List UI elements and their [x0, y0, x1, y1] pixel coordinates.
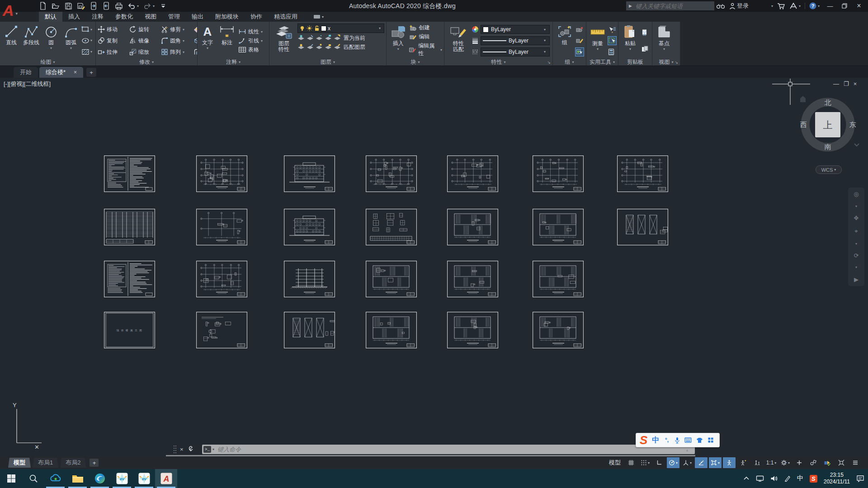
set-current-tool-4[interactable]	[334, 34, 341, 42]
ribbon-button-圆弧[interactable]: 圆弧▾	[61, 23, 80, 58]
ribbon-button-文字[interactable]: A文字▾	[199, 23, 216, 58]
status-toggle-annotation-visibility[interactable]	[723, 457, 736, 468]
ribbon-tab-默认[interactable]: 默认	[39, 12, 62, 22]
panel-title-特性[interactable]: 特性▾↘	[444, 58, 552, 66]
status-isolate-objects[interactable]	[807, 457, 820, 468]
status-clean-screen[interactable]	[835, 457, 848, 468]
taskbar-start-button[interactable]	[0, 469, 22, 488]
showmotion-icon[interactable]: ▶	[854, 276, 859, 283]
ribbon-tab-注释[interactable]: 注释	[86, 12, 109, 22]
set-current-tool-2[interactable]	[316, 34, 323, 42]
file-tab-综合楼*[interactable]: 综合楼*×	[39, 67, 83, 78]
pen-input-icon[interactable]	[784, 475, 791, 482]
command-window-grip[interactable]: ×	[173, 444, 194, 455]
ribbon-tool-groupedit[interactable]	[576, 37, 584, 45]
ribbon-button-编辑[interactable]: 编辑	[409, 33, 442, 41]
ribbon-button-修剪[interactable]: 修剪▾	[161, 24, 193, 35]
taskbar-ev-app-app[interactable]: ev	[111, 469, 133, 488]
sign-in-button[interactable]: 登录▾	[729, 2, 773, 10]
taskbar-task-search-app[interactable]	[22, 469, 44, 488]
ribbon-tool-explode[interactable]	[193, 37, 197, 45]
ribbon-tab-参数化[interactable]: 参数化	[109, 12, 139, 22]
navwheel-icon[interactable]: ◎	[854, 191, 859, 197]
ime-collapse-arrow[interactable]: ▲	[685, 448, 689, 452]
ribbon-button-圆角[interactable]: 圆角▾	[161, 35, 193, 47]
taskbar-autocad-app[interactable]: A	[155, 469, 177, 488]
ribbon-button-镜像[interactable]: 镜像	[129, 35, 161, 47]
ribbon-button-插入[interactable]: 插入▾	[388, 23, 408, 58]
set-current-label[interactable]: 置为当前	[344, 34, 365, 42]
window-close-button[interactable]: ×	[853, 1, 865, 11]
command-input[interactable]	[217, 446, 625, 453]
ribbon-button-多段线[interactable]: 多段线	[22, 23, 41, 58]
match-layer-tool-1[interactable]	[307, 43, 314, 51]
taskbar-file-explorer-app[interactable]	[66, 469, 89, 488]
ribbon-button-拉伸[interactable]: 拉伸	[98, 47, 129, 58]
sogou-tray-icon[interactable]: S	[810, 475, 817, 483]
dialog-launcher-icon[interactable]: ↘	[675, 60, 678, 65]
lineweight-icon[interactable]	[472, 37, 479, 45]
zoom-icon[interactable]: ⌖	[854, 228, 858, 235]
open-from-web-button[interactable]	[102, 2, 110, 10]
ribbon-button-直线[interactable]: 直线	[2, 23, 21, 58]
taskbar-cloud-drive-app[interactable]	[44, 469, 66, 488]
autodesk-apps-icon[interactable]: ▾	[789, 3, 801, 9]
status-customization-menu[interactable]	[849, 457, 862, 468]
panel-title-实用工具[interactable]: 实用工具▾	[586, 58, 618, 66]
ribbon-tool-offset[interactable]	[193, 48, 197, 56]
ribbon-tab-输出[interactable]: 输出	[186, 12, 209, 22]
viewcube[interactable]: 北南西东上	[797, 90, 860, 159]
help-search-input[interactable]	[635, 2, 709, 10]
lineweight-dropdown[interactable]: ByLayer▾	[481, 36, 550, 45]
set-current-tool-1[interactable]	[307, 34, 314, 42]
status-annotation-monitor[interactable]	[793, 457, 806, 468]
open-button[interactable]	[52, 2, 60, 10]
panel-title-图层[interactable]: 图层▾	[269, 58, 386, 66]
status-graphics-performance[interactable]	[821, 457, 834, 468]
layout-tab-布局2[interactable]: 布局2	[60, 458, 86, 468]
match-layer-tool-3[interactable]	[325, 43, 332, 51]
ribbon-tab-管理[interactable]: 管理	[162, 12, 186, 22]
ribbon-button-线性[interactable]: 线性▾	[238, 28, 263, 36]
orbit-icon[interactable]: ⟳	[854, 252, 859, 259]
ribbon-button-图层特性[interactable]: 图层特性	[271, 23, 297, 58]
status-toggle-grid-display[interactable]	[625, 457, 637, 468]
ribbon-tool-hatch[interactable]: ▾	[81, 48, 92, 56]
ribbon-tool-erase[interactable]	[193, 25, 197, 33]
ribbon-button-阵列[interactable]: 阵列▾	[161, 47, 193, 58]
status-model-label[interactable]: 模型	[606, 459, 623, 467]
customize-wrench-icon[interactable]	[187, 446, 194, 453]
viewport-controls[interactable]: [-][俯视][二维线框]	[4, 80, 51, 88]
notification-center-icon[interactable]	[856, 475, 864, 482]
set-current-tool-0[interactable]	[297, 34, 305, 42]
new-layout-button[interactable]: +	[90, 459, 99, 467]
status-toggle-object-snap[interactable]: ▾	[709, 457, 722, 468]
soft-keyboard-icon[interactable]	[684, 437, 692, 443]
new-button[interactable]	[39, 2, 47, 10]
taskbar-ev-app-2-app[interactable]: ev	[133, 469, 155, 488]
chinese-mode-indicator[interactable]: 中	[652, 436, 659, 445]
save-as-button[interactable]	[77, 2, 85, 10]
ribbon-tool-groupsel[interactable]	[576, 48, 584, 56]
punctuation-icon[interactable]: °,	[664, 437, 670, 443]
file-tab-开始[interactable]: 开始	[14, 67, 38, 78]
qat-customize-button[interactable]	[159, 2, 167, 10]
ribbon-tool-ellipsetool[interactable]: ▾	[81, 37, 92, 45]
status-toggle-polar-tracking[interactable]: ▾	[667, 457, 679, 468]
status-toggle-annotation-scale[interactable]	[751, 457, 764, 468]
chevron-down-icon[interactable]: ▾	[137, 4, 139, 8]
navigation-bar[interactable]: ◎ ▾ ✥ ⌖ ▾ ⟳ ▾ ▶	[848, 188, 864, 286]
match-layer-tool-2[interactable]	[316, 43, 323, 51]
application-menu-button[interactable]: A ▾	[3, 1, 31, 20]
chevron-down-icon[interactable]: ▾	[153, 4, 155, 8]
tray-expand-icon[interactable]	[743, 476, 750, 481]
ribbon-button-创建[interactable]: 创建	[409, 24, 442, 32]
taskbar-edge-browser-app[interactable]	[89, 469, 111, 488]
layout-tab-布局1[interactable]: 布局1	[33, 458, 58, 468]
skin-icon[interactable]	[696, 437, 703, 443]
panel-title-视图[interactable]: 视图▾↘	[652, 58, 680, 66]
ribbon-button-粘贴[interactable]: 粘贴▾	[620, 23, 640, 58]
window-restore-button[interactable]	[838, 1, 851, 11]
undo-button[interactable]	[127, 2, 136, 10]
ribbon-tool-cutclip[interactable]	[641, 28, 649, 37]
